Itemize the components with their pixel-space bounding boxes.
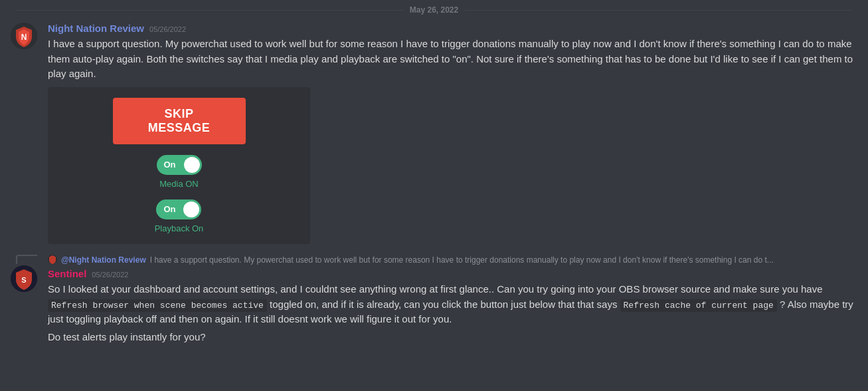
sentinel-avatar-icon: S bbox=[11, 265, 37, 292]
message-nnr: N Night Nation Review 05/26/2022 I have … bbox=[0, 20, 868, 247]
refresh-browser-code: Refresh browser when scene becomes activ… bbox=[48, 299, 267, 312]
playback-toggle[interactable]: On bbox=[156, 199, 201, 219]
date-divider: May 26, 2022 bbox=[0, 0, 868, 20]
reply-preview-text: I have a support question. My powerchat … bbox=[150, 255, 774, 266]
svg-text:S: S bbox=[21, 276, 26, 284]
reply-line-graphic bbox=[16, 255, 37, 264]
reply-quote: @Night Nation Review I have a support qu… bbox=[48, 255, 857, 266]
reply-quote-avatar-icon bbox=[48, 255, 57, 264]
nnr-avatar-icon: N bbox=[11, 23, 37, 49]
playback-toggle-on-label: On bbox=[163, 204, 175, 214]
sentinel-text-final: Do test alerts play instantly for you? bbox=[48, 330, 857, 345]
media-toggle-row: On Media ON bbox=[157, 155, 202, 189]
sentinel-and: and bbox=[280, 283, 297, 295]
username-nnr[interactable]: Night Nation Review bbox=[48, 23, 144, 34]
avatar-nnr: N bbox=[11, 23, 37, 49]
sentinel-text-part1: So I looked at your dashboard and accoun… bbox=[48, 283, 280, 295]
timestamp-nnr: 05/26/2022 bbox=[149, 25, 186, 33]
playback-toggle-text: Playback On bbox=[155, 223, 204, 233]
media-toggle-text: Media ON bbox=[159, 179, 199, 189]
message-nnr-body: Night Nation Review 05/26/2022 I have a … bbox=[48, 23, 857, 244]
svg-text:N: N bbox=[21, 33, 27, 42]
playback-toggle-row: On Playback On bbox=[155, 199, 204, 233]
message-sentinel: S @Night Nation Review I have a support … bbox=[0, 252, 868, 348]
reply-at-mention[interactable]: @Night Nation Review bbox=[61, 255, 146, 266]
media-toggle-knob bbox=[184, 157, 200, 173]
avatar-sentinel: S bbox=[11, 265, 37, 292]
message-nnr-text: I have a support question. My powerchat … bbox=[48, 37, 857, 82]
refresh-cache-code: Refresh cache of current page bbox=[620, 299, 777, 312]
playback-toggle-knob bbox=[183, 201, 199, 217]
sentinel-text-part1b: I couldnt see anything wrong at first gl… bbox=[297, 283, 822, 295]
sentinel-text-part2: toggled on, and if it is already, can yo… bbox=[267, 299, 620, 310]
timestamp-sentinel: 05/26/2022 bbox=[92, 271, 128, 279]
media-toggle-on-label: On bbox=[164, 160, 176, 170]
date-divider-text: May 26, 2022 bbox=[410, 5, 458, 15]
message-sentinel-text: So I looked at your dashboard and accoun… bbox=[48, 282, 857, 327]
message-nnr-content: I have a support question. My powerchat … bbox=[48, 38, 853, 79]
message-sentinel-body: @Night Nation Review I have a support qu… bbox=[48, 255, 857, 345]
username-sentinel[interactable]: Sentinel bbox=[48, 268, 86, 279]
powerchat-embed: SKIP MESSAGE On Media ON On Playback On bbox=[48, 87, 310, 244]
skip-message-button[interactable]: SKIP MESSAGE bbox=[113, 98, 246, 144]
media-toggle[interactable]: On bbox=[157, 155, 202, 175]
message-sentinel-header: Sentinel 05/26/2022 bbox=[48, 268, 857, 279]
reply-quote-avatar bbox=[48, 255, 57, 264]
message-nnr-header: Night Nation Review 05/26/2022 bbox=[48, 23, 857, 34]
